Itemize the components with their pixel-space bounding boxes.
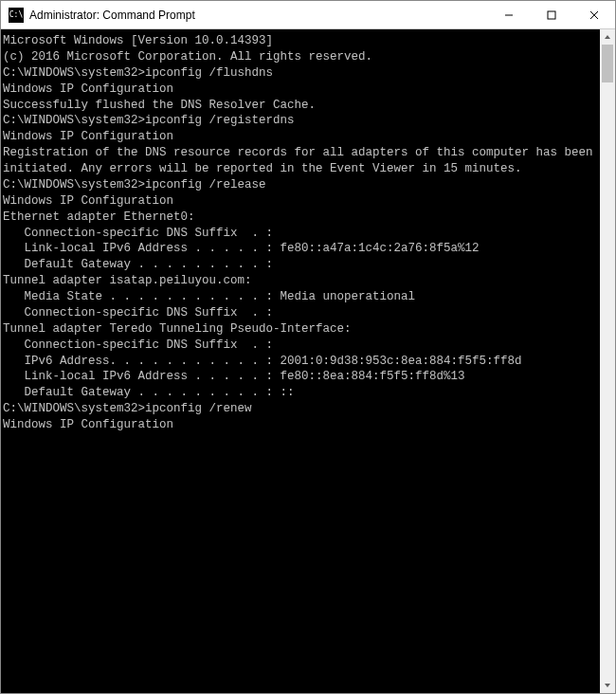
svg-rect-1 — [548, 11, 555, 19]
terminal-line: C:\WINDOWS\system32>ipconfig /renew — [3, 401, 598, 417]
terminal-line: Registration of the DNS resource records… — [3, 145, 598, 177]
cmd-icon: C:\ — [9, 8, 24, 23]
terminal-line: Link-local IPv6 Address . . . . . : fe80… — [3, 241, 598, 257]
terminal-line: Windows IP Configuration — [3, 417, 598, 433]
terminal-output[interactable]: Microsoft Windows [Version 10.0.14393](c… — [1, 29, 600, 693]
terminal-line: Tunnel adapter Teredo Tunneling Pseudo-I… — [3, 321, 598, 338]
terminal-line: Link-local IPv6 Address . . . . . : fe80… — [3, 369, 598, 385]
svg-marker-4 — [605, 35, 610, 39]
scroll-track[interactable] — [600, 45, 615, 678]
terminal-line: Ethernet adapter Ethernet0: — [3, 210, 598, 226]
terminal-line: Default Gateway . . . . . . . . . : :: — [3, 385, 598, 401]
terminal-line: Windows IP Configuration — [3, 193, 598, 210]
terminal-line: Media State . . . . . . . . . . . : Medi… — [3, 289, 598, 305]
close-button[interactable] — [572, 1, 615, 28]
window-controls — [487, 1, 615, 28]
terminal-line: Connection-specific DNS Suffix . : — [3, 305, 598, 321]
terminal-area: Microsoft Windows [Version 10.0.14393](c… — [1, 29, 615, 693]
terminal-line: Default Gateway . . . . . . . . . : — [3, 257, 598, 273]
terminal-line: C:\WINDOWS\system32>ipconfig /flushdns — [3, 65, 598, 82]
command-prompt-window: C:\ Administrator: Command Prompt Micros… — [0, 0, 616, 694]
terminal-line: C:\WINDOWS\system32>ipconfig /registerdn… — [3, 113, 598, 129]
maximize-button[interactable] — [530, 1, 572, 28]
terminal-line: Successfully flushed the DNS Resolver Ca… — [3, 98, 598, 114]
window-title: Administrator: Command Prompt — [29, 9, 487, 22]
scroll-up-button[interactable] — [600, 29, 615, 45]
scrollbar[interactable] — [600, 29, 615, 693]
terminal-line: Tunnel adapter isatap.peiluyou.com: — [3, 273, 598, 289]
terminal-line: Windows IP Configuration — [3, 129, 598, 145]
scroll-down-button[interactable] — [600, 678, 615, 693]
scroll-thumb[interactable] — [602, 45, 613, 82]
svg-marker-5 — [605, 684, 610, 687]
minimize-button[interactable] — [487, 1, 530, 28]
terminal-line: C:\WINDOWS\system32>ipconfig /release — [3, 177, 598, 193]
titlebar[interactable]: C:\ Administrator: Command Prompt — [1, 1, 615, 29]
terminal-line: Connection-specific DNS Suffix . : — [3, 338, 598, 354]
terminal-line: Microsoft Windows [Version 10.0.14393] — [3, 33, 598, 49]
terminal-line: IPv6 Address. . . . . . . . . . . : 2001… — [3, 354, 598, 370]
terminal-line: Windows IP Configuration — [3, 82, 598, 98]
terminal-line: (c) 2016 Microsoft Corporation. All righ… — [3, 49, 598, 65]
terminal-line: Connection-specific DNS Suffix . : — [3, 226, 598, 242]
